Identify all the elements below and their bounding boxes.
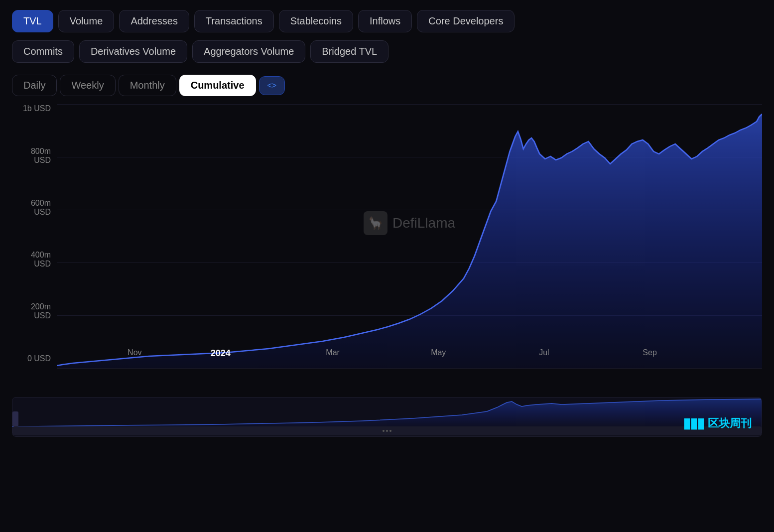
- dot2: [386, 430, 388, 432]
- y-label: 200m USD: [12, 302, 57, 320]
- nav-btn-tvl[interactable]: TVL: [12, 10, 53, 32]
- y-label: 800m USD: [12, 147, 57, 165]
- chart-inner: 🦙 DefiLlama Nov2024MarMayJulSep: [57, 104, 762, 368]
- mini-chart-svg: [12, 398, 762, 427]
- time-btn-monthly[interactable]: Monthly: [119, 75, 176, 96]
- dot3: [389, 430, 391, 432]
- time-controls: DailyWeeklyMonthlyCumulative<>: [0, 71, 774, 104]
- nav-btn-inflows[interactable]: Inflows: [358, 10, 412, 32]
- y-axis: 1b USD800m USD600m USD400m USD200m USD0 …: [12, 104, 57, 368]
- range-slider[interactable]: ▮▮▮ 区块周刊: [12, 397, 762, 437]
- handle-dots: [383, 430, 391, 432]
- time-btn-daily[interactable]: Daily: [12, 75, 57, 96]
- defi-llama-icon: 🦙: [364, 211, 387, 235]
- y-label: 600m USD: [12, 199, 57, 217]
- nav-btn-derivatives[interactable]: Derivatives Volume: [79, 40, 187, 63]
- range-left-handle[interactable]: [12, 411, 18, 426]
- grid-line: [57, 368, 762, 369]
- nav-btn-aggregators[interactable]: Aggregators Volume: [192, 40, 305, 63]
- brand-icon: ▮▮▮: [683, 415, 704, 431]
- y-label: 400m USD: [12, 251, 57, 268]
- nav-btn-bridged[interactable]: Bridged TVL: [310, 40, 388, 63]
- nav-btn-volume[interactable]: Volume: [58, 10, 115, 32]
- y-label: 1b USD: [12, 104, 57, 113]
- watermark-label: DefiLlama: [392, 215, 455, 231]
- x-axis: Nov2024MarMayJulSep: [102, 343, 762, 368]
- nav-btn-commits[interactable]: Commits: [12, 40, 74, 63]
- dot1: [383, 430, 385, 432]
- brand-text: 区块周刊: [708, 416, 752, 431]
- y-label: 0 USD: [12, 354, 57, 363]
- nav-row1: TVLVolumeAddressesTransactionsStablecoin…: [0, 0, 774, 38]
- x-label: 2024: [211, 348, 231, 359]
- x-label: May: [431, 348, 446, 357]
- x-label: Mar: [326, 348, 340, 357]
- x-label: Nov: [128, 348, 141, 357]
- nav-btn-transactions[interactable]: Transactions: [194, 10, 274, 32]
- time-btn-cumulative[interactable]: Cumulative: [179, 75, 256, 96]
- nav-btn-core-developers[interactable]: Core Developers: [417, 10, 515, 32]
- x-label: Jul: [539, 348, 549, 357]
- chart-svg: [57, 104, 762, 368]
- x-label: Sep: [643, 348, 656, 357]
- range-handle-bar[interactable]: [12, 426, 762, 435]
- brand-watermark: ▮▮▮ 区块周刊: [683, 415, 752, 431]
- nav-row2: CommitsDerivatives VolumeAggregators Vol…: [0, 38, 774, 71]
- watermark: 🦙 DefiLlama: [364, 211, 455, 235]
- code-embed-button[interactable]: <>: [259, 76, 285, 95]
- nav-btn-addresses[interactable]: Addresses: [119, 10, 189, 32]
- nav-btn-stablecoins[interactable]: Stablecoins: [279, 10, 353, 32]
- time-btn-weekly[interactable]: Weekly: [60, 75, 115, 96]
- chart-area: 1b USD800m USD600m USD400m USD200m USD0 …: [12, 104, 762, 393]
